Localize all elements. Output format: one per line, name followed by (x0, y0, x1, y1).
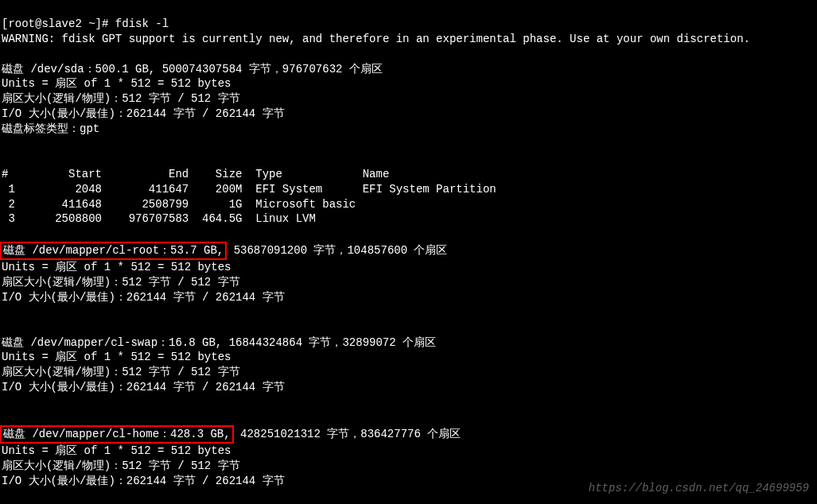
shell-prompt: [root@slave2 ~]# (2, 17, 115, 30)
disk-sda-sector-size: 扇区大小(逻辑/物理)：512 字节 / 512 字节 (2, 92, 240, 105)
disk-cl-home-io-size: I/O 大小(最小/最佳)：262144 字节 / 262144 字节 (2, 475, 285, 487)
command-text: fdisk -l (115, 17, 169, 30)
highlight-box-cl-root: 磁盘 /dev/mapper/cl-root：53.7 GB, (0, 242, 227, 260)
disk-cl-home-line1-boxed: 磁盘 /dev/mapper/cl-home：428.3 GB, (3, 428, 231, 440)
disk-cl-home-sector-size: 扇区大小(逻辑/物理)：512 字节 / 512 字节 (2, 459, 240, 472)
highlight-box-cl-home: 磁盘 /dev/mapper/cl-home：428.3 GB, (0, 425, 234, 444)
disk-cl-root-line1-boxed: 磁盘 /dev/mapper/cl-root：53.7 GB, (3, 244, 224, 257)
disk-cl-swap-io-size: I/O 大小(最小/最佳)：262144 字节 / 262144 字节 (2, 381, 285, 394)
disk-cl-home-line1-rest: 428251021312 字节，836427776 个扇区 (234, 428, 461, 440)
disk-sda-units: Units = 扇区 of 1 * 512 = 512 bytes (2, 77, 231, 90)
watermark-text: https://blog.csdn.net/qq_24699959 (589, 481, 809, 496)
partition-table-header: # Start End Size Type Name (2, 168, 389, 180)
disk-sda-label-type: 磁盘标签类型：gpt (2, 122, 99, 135)
disk-cl-root-line1-rest: 53687091200 字节，104857600 个扇区 (227, 244, 447, 257)
disk-cl-swap-units: Units = 扇区 of 1 * 512 = 512 bytes (2, 351, 231, 363)
partition-row-1: 1 2048 411647 200M EFI System EFI System… (2, 183, 496, 196)
disk-cl-swap-line1: 磁盘 /dev/mapper/cl-swap：16.8 GB, 16844324… (2, 336, 436, 349)
disk-cl-swap-sector-size: 扇区大小(逻辑/物理)：512 字节 / 512 字节 (2, 366, 240, 378)
disk-sda-io-size: I/O 大小(最小/最佳)：262144 字节 / 262144 字节 (2, 107, 285, 120)
disk-sda-line1: 磁盘 /dev/sda：500.1 GB, 500074307584 字节，97… (2, 63, 383, 76)
disk-cl-root-io-size: I/O 大小(最小/最佳)：262144 字节 / 262144 字节 (2, 291, 285, 304)
partition-row-2: 2 411648 2508799 1G Microsoft basic (2, 198, 363, 211)
disk-cl-home-units: Units = 扇区 of 1 * 512 = 512 bytes (2, 444, 231, 457)
partition-row-3: 3 2508800 976707583 464.5G Linux LVM (2, 212, 363, 225)
disk-cl-root-sector-size: 扇区大小(逻辑/物理)：512 字节 / 512 字节 (2, 276, 240, 289)
disk-cl-root-units: Units = 扇区 of 1 * 512 = 512 bytes (2, 261, 231, 273)
terminal-output: [root@slave2 ~]# fdisk -l WARNING: fdisk… (2, 2, 815, 504)
warning-text: WARNING: fdisk GPT support is currently … (2, 33, 750, 45)
